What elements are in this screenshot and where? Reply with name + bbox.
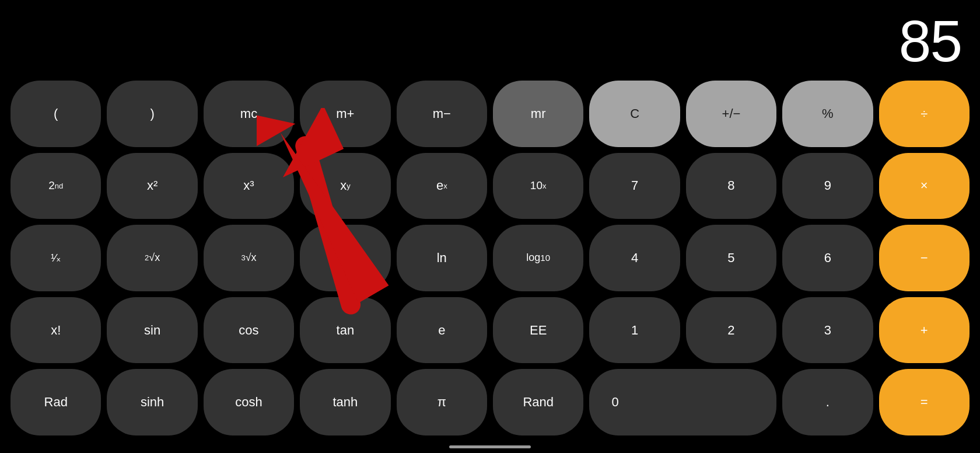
e-to-x-button[interactable]: ex bbox=[397, 153, 487, 219]
five-button[interactable]: 5 bbox=[686, 225, 776, 291]
ln-button[interactable]: ln bbox=[397, 225, 487, 291]
tanh-button[interactable]: tanh bbox=[300, 369, 390, 435]
open-paren-button[interactable]: ( bbox=[10, 81, 101, 147]
rad-button[interactable]: Rad bbox=[10, 369, 101, 435]
display-value: 85 bbox=[899, 12, 961, 70]
m-plus-button[interactable]: m+ bbox=[300, 81, 390, 147]
sinh-button[interactable]: sinh bbox=[107, 369, 197, 435]
sqrt2-button[interactable]: 2√x bbox=[107, 225, 197, 291]
cos-button[interactable]: cos bbox=[204, 297, 294, 364]
inverse-button[interactable]: ¹⁄ₓ bbox=[10, 225, 101, 291]
sqrt3-button[interactable]: 3√x bbox=[204, 225, 294, 291]
rand-button[interactable]: Rand bbox=[493, 369, 583, 435]
decimal-button[interactable]: . bbox=[782, 369, 873, 435]
euler-button[interactable]: e bbox=[397, 297, 487, 364]
close-paren-button[interactable]: ) bbox=[107, 81, 197, 147]
log10-button[interactable]: log10 bbox=[493, 225, 583, 291]
mc-button[interactable]: mc bbox=[204, 81, 294, 147]
m-minus-button[interactable]: m− bbox=[397, 81, 487, 147]
two-button[interactable]: 2 bbox=[686, 297, 776, 364]
sqrty-button[interactable]: y√x bbox=[300, 225, 390, 291]
multiply-button[interactable]: × bbox=[879, 153, 970, 219]
divide-button[interactable]: ÷ bbox=[879, 81, 970, 147]
pi-button[interactable]: π bbox=[397, 369, 487, 435]
three-button[interactable]: 3 bbox=[782, 297, 873, 364]
sin-button[interactable]: sin bbox=[107, 297, 197, 364]
four-button[interactable]: 4 bbox=[589, 225, 680, 291]
plus-button[interactable]: + bbox=[879, 297, 970, 364]
nine-button[interactable]: 9 bbox=[782, 153, 873, 219]
minus-button[interactable]: − bbox=[879, 225, 970, 291]
seven-button[interactable]: 7 bbox=[589, 153, 680, 219]
eight-button[interactable]: 8 bbox=[686, 153, 776, 219]
one-button[interactable]: 1 bbox=[589, 297, 680, 364]
cosh-button[interactable]: cosh bbox=[204, 369, 294, 435]
x-cubed-button[interactable]: x³ bbox=[204, 153, 294, 219]
10-to-x-button[interactable]: 10x bbox=[493, 153, 583, 219]
mr-button[interactable]: mr bbox=[493, 81, 583, 147]
zero-button[interactable]: 0 bbox=[589, 369, 776, 435]
percent-button[interactable]: % bbox=[782, 81, 873, 147]
six-button[interactable]: 6 bbox=[782, 225, 873, 291]
tan-button[interactable]: tan bbox=[300, 297, 390, 364]
clear-button[interactable]: C bbox=[589, 81, 680, 147]
display: 85 bbox=[0, 0, 980, 76]
2nd-button[interactable]: 2nd bbox=[10, 153, 101, 219]
equals-button[interactable]: = bbox=[879, 369, 970, 435]
keypad: ( ) mc m+ m− mr C +/− % ÷ 2nd x² x³ xy e… bbox=[10, 81, 970, 435]
plus-minus-button[interactable]: +/− bbox=[686, 81, 776, 147]
x-squared-button[interactable]: x² bbox=[107, 153, 197, 219]
factorial-button[interactable]: x! bbox=[10, 297, 101, 364]
ee-button[interactable]: EE bbox=[493, 297, 583, 364]
home-indicator bbox=[449, 445, 531, 448]
x-to-y-button[interactable]: xy bbox=[300, 153, 390, 219]
